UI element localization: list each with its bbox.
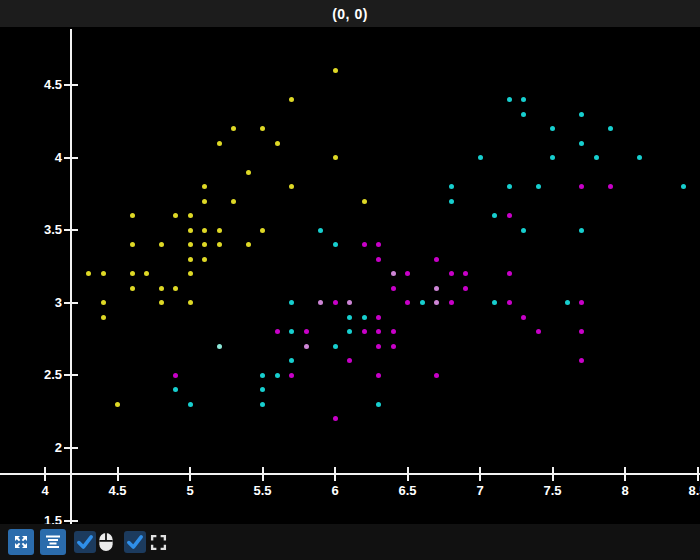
data-point [231, 199, 236, 204]
x-tick-mark [407, 467, 409, 481]
data-point [173, 213, 178, 218]
data-point [536, 329, 541, 334]
data-point [173, 373, 178, 378]
data-point [202, 242, 207, 247]
data-point [173, 286, 178, 291]
data-point [391, 344, 396, 349]
data-point [144, 271, 149, 276]
data-point [260, 228, 265, 233]
x-tick-mark [624, 467, 626, 481]
checkmark-icon [126, 533, 144, 551]
data-point [217, 228, 222, 233]
plot-area[interactable]: 44.555.566.577.588.54.543.532.521.5 [0, 27, 700, 524]
y-tick-mark [64, 157, 78, 159]
data-point [202, 184, 207, 189]
data-point [478, 155, 483, 160]
data-point [434, 300, 439, 305]
x-tick-mark [44, 467, 46, 481]
data-point [376, 257, 381, 262]
plot-window: (0, 0) 44.555.566.577.588.54.543.532.521… [0, 0, 700, 560]
data-point [608, 184, 613, 189]
y-tick-mark [64, 520, 78, 522]
data-point [449, 271, 454, 276]
data-point [420, 300, 425, 305]
data-point [579, 300, 584, 305]
data-point [492, 300, 497, 305]
toolbar [0, 524, 700, 560]
fullscreen-mode-checkbox[interactable] [124, 531, 146, 553]
data-point [260, 126, 265, 131]
data-point [246, 170, 251, 175]
data-point [275, 141, 280, 146]
data-point [579, 358, 584, 363]
data-point [492, 213, 497, 218]
data-point [434, 286, 439, 291]
x-tick-label: 5 [170, 483, 210, 498]
x-tick-mark [117, 467, 119, 481]
data-point [579, 228, 584, 233]
data-point [188, 402, 193, 407]
y-tick-mark [64, 302, 78, 304]
y-tick-label: 4.5 [18, 77, 62, 92]
x-tick-mark [697, 467, 699, 481]
data-point [362, 199, 367, 204]
data-point [550, 126, 555, 131]
x-tick-mark [262, 467, 264, 481]
data-point [289, 300, 294, 305]
x-tick-mark [552, 467, 554, 481]
data-point [289, 329, 294, 334]
data-point [188, 257, 193, 262]
data-point [130, 242, 135, 247]
data-point [333, 155, 338, 160]
data-point [101, 315, 106, 320]
pan-tool-button[interactable] [8, 529, 34, 555]
data-point [521, 112, 526, 117]
data-point [202, 257, 207, 262]
data-point [579, 112, 584, 117]
data-point [333, 242, 338, 247]
data-point [231, 126, 236, 131]
data-point [347, 358, 352, 363]
data-point [130, 271, 135, 276]
data-point [202, 199, 207, 204]
data-point [217, 344, 222, 349]
data-point [275, 373, 280, 378]
data-point [333, 300, 338, 305]
data-point [362, 329, 367, 334]
checkmark-icon [76, 533, 94, 551]
data-point [391, 286, 396, 291]
data-point [579, 184, 584, 189]
data-point [275, 329, 280, 334]
data-point [333, 68, 338, 73]
data-point [333, 416, 338, 421]
data-point [115, 402, 120, 407]
y-tick-mark [64, 447, 78, 449]
y-axis-line [70, 29, 72, 524]
data-point [217, 141, 222, 146]
x-tick-mark [479, 467, 481, 481]
y-tick-label: 3 [18, 295, 62, 310]
data-point [202, 228, 207, 233]
data-point [507, 97, 512, 102]
data-point [536, 184, 541, 189]
data-point [347, 300, 352, 305]
lines-tool-button[interactable] [40, 529, 66, 555]
data-point [130, 286, 135, 291]
mouse-mode-checkbox[interactable] [74, 531, 96, 553]
data-point [376, 344, 381, 349]
data-point [449, 184, 454, 189]
data-point [260, 373, 265, 378]
data-point [391, 329, 396, 334]
data-point [159, 300, 164, 305]
data-point [333, 344, 338, 349]
data-point [347, 315, 352, 320]
x-tick-label: 5.5 [243, 483, 283, 498]
window-title: (0, 0) [332, 6, 368, 22]
data-point [304, 329, 309, 334]
data-point [260, 387, 265, 392]
data-point [463, 286, 468, 291]
x-tick-label: 7 [460, 483, 500, 498]
fullscreen-corners-icon [150, 534, 167, 551]
y-tick-label: 4 [18, 150, 62, 165]
data-point [246, 242, 251, 247]
